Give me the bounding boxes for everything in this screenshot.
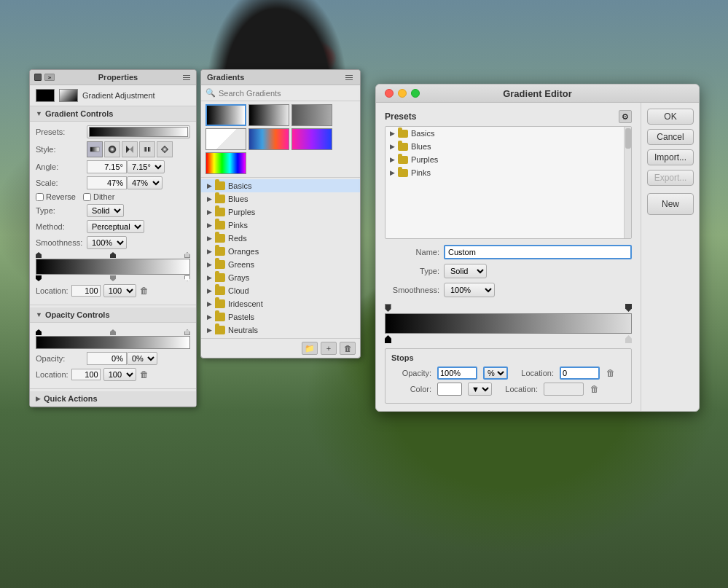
- gradient-controls-header[interactable]: ▼ Gradient Controls: [30, 106, 196, 122]
- ok-button[interactable]: OK: [647, 109, 694, 125]
- gradient-thumb-black-tr[interactable]: [248, 104, 289, 126]
- delete-gradient-btn[interactable]: 🗑: [340, 342, 356, 355]
- import-button[interactable]: Import...: [647, 149, 694, 165]
- left-color-stop[interactable]: [36, 275, 42, 281]
- gradient-thumb-colored1[interactable]: [248, 128, 289, 150]
- gradient-group-oranges-header[interactable]: ▶ Oranges: [201, 245, 360, 258]
- opacity-delete-btn[interactable]: 🗑: [139, 369, 149, 380]
- gradient-thumb-rainbow[interactable]: [206, 152, 246, 174]
- gradient-group-neutrals-header[interactable]: ▶ Neutrals: [201, 324, 360, 337]
- mid-opacity-stop[interactable]: [110, 252, 116, 258]
- editor-close-btn[interactable]: [385, 89, 394, 98]
- dither-checkbox[interactable]: [83, 193, 91, 201]
- method-select[interactable]: Perceptual: [87, 220, 144, 233]
- style-radial-btn[interactable]: [104, 141, 120, 157]
- opacity-stop-right[interactable]: [625, 304, 632, 312]
- type-select[interactable]: Solid Noise: [444, 264, 487, 278]
- location-delete-btn[interactable]: 🗑: [139, 286, 149, 296]
- properties-collapse-btn[interactable]: »: [44, 74, 55, 81]
- name-input[interactable]: [444, 245, 632, 259]
- style-reflected-btn[interactable]: [139, 141, 155, 157]
- export-button[interactable]: Export...: [647, 170, 694, 186]
- properties-close-btn[interactable]: [34, 74, 42, 81]
- gradient-group-purples-header[interactable]: ▶ Purples: [201, 205, 360, 219]
- gradient-group-basics-header[interactable]: ▶ Basics: [201, 179, 360, 192]
- angle-input[interactable]: [87, 160, 127, 173]
- gradient-group-pastels-header[interactable]: ▶ Pastels: [201, 310, 360, 324]
- opacity-location-input[interactable]: [560, 366, 600, 380]
- preset-blues[interactable]: ▶ Blues: [385, 140, 631, 153]
- smoothness-select[interactable]: 100%: [87, 236, 127, 249]
- new-button[interactable]: New: [647, 193, 694, 215]
- opacity-gradient-bar[interactable]: [36, 336, 190, 349]
- color-dropdown[interactable]: ▼: [468, 383, 492, 396]
- color-stops-label: Color:: [391, 385, 431, 393]
- gradient-group-cloud-header[interactable]: ▶ Cloud: [201, 284, 360, 297]
- search-input[interactable]: [219, 89, 356, 98]
- opacity-location-input[interactable]: [71, 369, 101, 380]
- color-stop-black[interactable]: [385, 335, 391, 343]
- quick-actions-header[interactable]: ▶ Quick Actions: [30, 391, 196, 407]
- opacity-stops-input[interactable]: [437, 366, 477, 380]
- gradient-group-greens-header[interactable]: ▶ Greens: [201, 258, 360, 271]
- gear-btn[interactable]: ⚙: [619, 110, 632, 123]
- opacity-location-dropdown[interactable]: 100: [103, 368, 136, 381]
- reverse-checkbox[interactable]: [36, 193, 44, 201]
- new-folder-btn[interactable]: 📁: [302, 342, 318, 355]
- opacity-right-stop[interactable]: [184, 329, 190, 335]
- gradient-group-iridescent-header[interactable]: ▶ Iridescent: [201, 297, 360, 310]
- right-opacity-stop[interactable]: [184, 252, 190, 258]
- smoothness-select[interactable]: 100%: [444, 283, 495, 297]
- color-delete-icon[interactable]: 🗑: [590, 384, 600, 394]
- color-stop-white[interactable]: [625, 335, 632, 343]
- opacity-row: Opacity: 0%: [36, 352, 190, 365]
- left-opacity-stop[interactable]: [36, 252, 42, 258]
- opacity-mid-stop[interactable]: [110, 329, 116, 335]
- editor-min-btn[interactable]: [398, 89, 407, 98]
- color-swatch[interactable]: [437, 383, 462, 396]
- gradients-menu-btn[interactable]: [344, 72, 354, 82]
- opacity-stop-left[interactable]: [385, 304, 391, 312]
- gradient-group-pinks-header[interactable]: ▶ Pinks: [201, 219, 360, 232]
- style-angle-btn[interactable]: [122, 141, 138, 157]
- gradient-thumb-bw[interactable]: [206, 104, 246, 126]
- location-dropdown[interactable]: 100: [103, 284, 136, 297]
- style-linear-btn[interactable]: [87, 141, 103, 157]
- mid-color-stop[interactable]: [110, 275, 116, 281]
- gradient-bar[interactable]: [36, 259, 190, 275]
- new-gradient-btn[interactable]: +: [321, 342, 337, 355]
- presets-scrollbar[interactable]: [624, 127, 631, 238]
- presets-dropdown[interactable]: [87, 125, 190, 138]
- basics-label: Basics: [228, 181, 251, 190]
- gradient-thumb-gray[interactable]: [291, 104, 332, 126]
- properties-menu-btn[interactable]: [181, 72, 192, 82]
- editor-max-btn[interactable]: [411, 89, 420, 98]
- color-location-input[interactable]: [544, 383, 584, 396]
- opacity-controls-header[interactable]: ▼ Opacity Controls: [30, 307, 196, 323]
- cancel-button[interactable]: Cancel: [647, 129, 694, 145]
- gradient-group-blues-header[interactable]: ▶ Blues: [201, 192, 360, 205]
- gradient-group-grays-header[interactable]: ▶ Grays: [201, 271, 360, 284]
- window-controls: [385, 89, 420, 98]
- preset-basics[interactable]: ▶ Basics: [385, 127, 631, 140]
- preset-purples[interactable]: ▶ Purples: [385, 153, 631, 166]
- gradient-group-reds-header[interactable]: ▶ Reds: [201, 232, 360, 245]
- opacity-delete-icon[interactable]: 🗑: [606, 368, 616, 378]
- opacity-left-stop[interactable]: [36, 329, 42, 335]
- opacity-stops-dropdown[interactable]: %: [483, 366, 508, 380]
- gradient-thumb-transparent[interactable]: [206, 128, 246, 150]
- preset-pinks[interactable]: ▶ Pinks: [385, 166, 631, 179]
- right-color-stop[interactable]: [184, 275, 190, 281]
- angle-dropdown[interactable]: 7.15°: [127, 160, 165, 173]
- blues-arrow: ▶: [207, 195, 212, 203]
- scale-input[interactable]: [87, 176, 127, 189]
- scale-dropdown[interactable]: 47%: [127, 176, 163, 189]
- editor-gradient-preview[interactable]: [385, 313, 632, 334]
- opacity-dropdown[interactable]: 0%: [127, 352, 157, 365]
- oranges-label: Oranges: [228, 247, 259, 256]
- style-diamond-btn[interactable]: [157, 141, 173, 157]
- type-select[interactable]: Solid: [87, 204, 124, 217]
- location-input[interactable]: [71, 285, 101, 297]
- gradient-thumb-colored2[interactable]: [291, 128, 332, 150]
- opacity-input[interactable]: [87, 352, 127, 365]
